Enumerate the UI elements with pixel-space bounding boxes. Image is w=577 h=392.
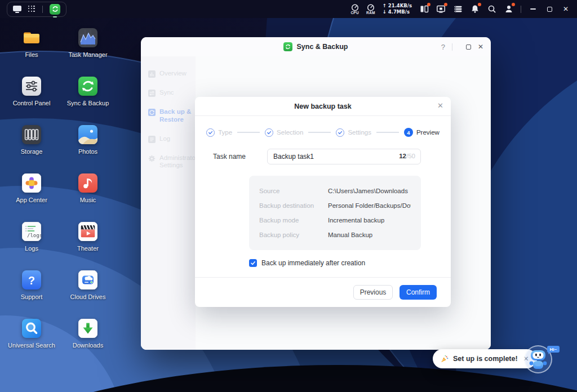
- desktop-icon-storage[interactable]: Storage: [3, 122, 60, 170]
- maximize-button[interactable]: [545, 5, 554, 14]
- step-connector: [237, 132, 260, 133]
- svg-text:/logs: /logs: [27, 233, 41, 238]
- window-maximize-button[interactable]: [466, 44, 471, 50]
- check-icon: [250, 260, 256, 266]
- step-selection-check-icon: [265, 128, 273, 137]
- new-backup-task-dialog: New backup task ✕ Type Selection Setting…: [195, 97, 451, 307]
- dialog-close-icon[interactable]: ✕: [437, 101, 443, 110]
- sync-backup-icon: [78, 77, 97, 96]
- control-panel-icon: [22, 77, 41, 96]
- minimize-button[interactable]: [529, 5, 538, 14]
- sync-backup-taskbar-icon[interactable]: [50, 4, 60, 15]
- divider: [452, 43, 452, 51]
- network-speed[interactable]: ↑ 21.4KB/s ↓ 4.7MB/s: [383, 3, 412, 15]
- desktop-icon-files[interactable]: Files: [3, 25, 60, 73]
- desktop-icon-music[interactable]: Music: [60, 170, 116, 219]
- app-center-icon: [22, 173, 41, 193]
- desktop-icon-app-center[interactable]: App Center: [3, 170, 60, 219]
- desktop-icon-grid: Files Task Manager Control Panel: [3, 25, 116, 364]
- upload-arrow-icon: ↑: [383, 3, 388, 8]
- notification-dot: [512, 3, 515, 6]
- summary-row-mode: Backup mode Incremental backup: [259, 213, 411, 228]
- files-icon: [22, 28, 41, 47]
- desktop-icon-photos[interactable]: Photos: [60, 122, 116, 170]
- desktop-icon-downloads[interactable]: Downloads: [60, 315, 116, 364]
- summary-row-source: Source C:\Users\James\Downloads: [259, 184, 411, 198]
- wizard-steps: Type Selection Settings 4 Preview: [195, 128, 451, 137]
- divider: [521, 6, 521, 13]
- device-monitor-icon[interactable]: [436, 5, 446, 14]
- desktop-icon-theater[interactable]: Theater: [60, 219, 116, 267]
- summary-row-policy: Backup policy Manual Backup: [259, 228, 411, 242]
- summary-row-destination: Backup destination Personal Folder/Backu…: [259, 198, 411, 213]
- char-counter: 12/50: [399, 153, 415, 159]
- step-type-check-icon: [206, 128, 215, 137]
- search-icon[interactable]: [487, 5, 496, 14]
- step-settings-label: Settings: [348, 129, 371, 136]
- notification-dot: [427, 3, 430, 6]
- notification-dot: [478, 3, 481, 6]
- cpu-monitor[interactable]: CPU: [350, 4, 359, 15]
- desktop-icon-task-manager[interactable]: Task Manager: [60, 25, 116, 73]
- cloud-drives-icon: [78, 270, 97, 289]
- widgets-panel-icon[interactable]: [419, 5, 429, 14]
- window-titlebar[interactable]: Sync & Backup ? ✕: [141, 37, 491, 56]
- theater-icon: [78, 222, 97, 241]
- desktop-icon-button[interactable]: [13, 6, 21, 13]
- notification-dot: [444, 3, 447, 6]
- ram-monitor[interactable]: RAM: [366, 4, 375, 15]
- task-name-label: Task name: [213, 153, 249, 161]
- close-button[interactable]: ✕: [561, 5, 570, 14]
- step-type-label: Type: [218, 129, 232, 136]
- user-account-icon[interactable]: [504, 5, 513, 14]
- window-title: Sync & Backup: [296, 43, 348, 51]
- support-icon: ?: [22, 270, 41, 289]
- photos-icon: [78, 125, 97, 144]
- music-icon: [78, 173, 97, 193]
- sync-backup-app-icon: [283, 42, 292, 51]
- desktop-icon-logs[interactable]: /logs Logs: [3, 219, 60, 267]
- toast-message: Set up is complete!: [453, 355, 518, 363]
- desktop-icon-universal-search[interactable]: Universal Search: [3, 315, 60, 364]
- desktop-icon-sync-backup[interactable]: Sync & Backup: [60, 73, 116, 122]
- desktop: CPU RAM ↑ 21.4KB/s ↓ 4.7MB/s: [0, 0, 577, 392]
- step-settings-check-icon: [336, 128, 344, 137]
- previous-button[interactable]: Previous: [353, 285, 393, 300]
- download-arrow-icon: ↓: [383, 9, 388, 15]
- desktop-icon-cloud-drives[interactable]: Cloud Drives: [60, 267, 116, 315]
- confirm-button[interactable]: Confirm: [400, 285, 437, 300]
- task-manager-icon: [78, 28, 97, 47]
- step-selection-label: Selection: [277, 129, 303, 136]
- notifications-bell-icon[interactable]: [470, 5, 480, 14]
- universal-search-icon: [22, 319, 41, 338]
- downloads-icon: [78, 319, 97, 338]
- window-close-button[interactable]: ✕: [478, 43, 483, 51]
- backup-immediately-checkbox[interactable]: [249, 259, 257, 267]
- robot-icon: [527, 348, 549, 372]
- setup-complete-toast[interactable]: Set up is complete! ✕: [433, 349, 536, 368]
- hi-speech-badge: Hi~: [547, 346, 560, 353]
- backup-immediately-label: Back up immediately after creation: [261, 259, 365, 267]
- task-name-input[interactable]: [267, 149, 421, 164]
- app-launcher-icon[interactable]: [28, 6, 35, 13]
- step-connector: [308, 132, 331, 133]
- divider: [42, 6, 43, 13]
- taskbar-app-group: [7, 2, 66, 17]
- dialog-title: New backup task: [294, 103, 351, 110]
- party-popper-icon: [440, 355, 449, 363]
- task-queue-icon[interactable]: [453, 5, 463, 14]
- system-top-bar: CPU RAM ↑ 21.4KB/s ↓ 4.7MB/s: [0, 0, 577, 18]
- backup-summary-panel: Source C:\Users\James\Downloads Backup d…: [249, 176, 421, 250]
- storage-icon: [22, 125, 41, 144]
- svg-text:?: ?: [28, 274, 35, 287]
- step-preview-label: Preview: [416, 129, 440, 136]
- desktop-icon-control-panel[interactable]: Control Panel: [3, 73, 60, 122]
- help-button[interactable]: ?: [441, 43, 445, 51]
- sync-arrows-icon: [52, 6, 59, 12]
- desktop-icon-support[interactable]: ? Support: [3, 267, 60, 315]
- step-connector: [376, 132, 399, 133]
- step-preview-number-badge: 4: [404, 128, 413, 137]
- logs-icon: /logs: [22, 222, 41, 241]
